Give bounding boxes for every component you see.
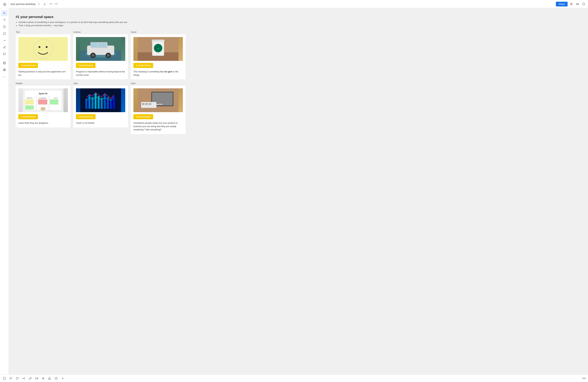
sidebar: ··· — [0, 8, 9, 375]
svg-point-7 — [571, 5, 571, 5]
card-image-andrew — [76, 37, 126, 61]
redo-button[interactable] — [54, 2, 59, 6]
settings-icon[interactable] — [569, 2, 574, 6]
card-text-david: The meaning is something that we give to… — [133, 70, 183, 77]
svg-rect-18 — [3, 70, 4, 71]
svg-point-22 — [46, 46, 48, 48]
svg-line-9 — [584, 5, 585, 5]
person-column-andrew: Andrew — [73, 31, 128, 79]
person-column-julie: Julie — [73, 82, 128, 134]
topbar-right: Share — [556, 2, 586, 6]
svg-marker-0 — [38, 3, 40, 5]
lesson-button-andrew[interactable]: 1 recent lesson — [76, 63, 96, 68]
template-tool[interactable] — [1, 67, 7, 73]
more-tools[interactable]: ··· — [1, 74, 7, 80]
timer-tool-bottom[interactable] — [54, 376, 59, 381]
svg-rect-14 — [3, 62, 5, 64]
svg-rect-17 — [5, 69, 5, 70]
svg-rect-50 — [25, 105, 34, 110]
svg-rect-63 — [104, 94, 106, 109]
person-name-david: David — [131, 31, 186, 33]
lesson-button-david[interactable]: 1 recent lesson — [133, 63, 153, 68]
svg-line-79 — [23, 379, 24, 379]
star-button[interactable] — [37, 2, 41, 6]
sticky-note-tool[interactable] — [1, 24, 7, 30]
graduation-icon[interactable] — [575, 2, 580, 6]
card-image-natalie: Sprint 42 Planned In progress Done — [18, 88, 68, 112]
comment-tool[interactable] — [1, 51, 7, 57]
card-julie: 1 recent lesson Youth is not infinite — [73, 86, 128, 127]
svg-rect-81 — [36, 378, 37, 379]
svg-rect-71 — [142, 103, 145, 105]
svg-rect-28 — [91, 43, 97, 47]
svg-rect-40 — [152, 40, 165, 42]
section-bullets: Include a photo of something in your wor… — [16, 21, 186, 27]
line-tool[interactable] — [1, 37, 7, 43]
bullet-1: Include a photo of something in your wor… — [19, 21, 186, 23]
svg-text:★: ★ — [158, 48, 159, 49]
card-text-tom: Starting business is easy but the paperw… — [18, 70, 68, 77]
frame-tool[interactable] — [1, 60, 7, 66]
card-image-tom — [18, 37, 68, 61]
card-text-andrew: Progress is impossible without moving be… — [76, 70, 126, 77]
lesson-button-julie[interactable]: 1 recent lesson — [76, 114, 96, 119]
svg-rect-52 — [50, 99, 58, 105]
lightning-tool-bottom[interactable] — [41, 376, 45, 381]
card-natalie: Sprint 42 Planned In progress Done — [16, 86, 70, 127]
svg-rect-70 — [141, 102, 157, 108]
svg-rect-19 — [5, 70, 5, 71]
cursor-tool[interactable] — [1, 10, 7, 16]
collapse-sidebar[interactable] — [60, 376, 65, 381]
card-tom: 1 recent lesson Starting business is eas… — [16, 34, 70, 79]
svg-rect-29 — [98, 43, 106, 47]
svg-text:Done: Done — [54, 97, 58, 99]
svg-rect-15 — [4, 63, 5, 64]
svg-point-33 — [107, 54, 110, 57]
frame-tool-bottom[interactable] — [2, 376, 7, 381]
canvas-content: #1 your personal space Include a photo o… — [16, 15, 186, 134]
card-david: ★ 1 recent lesson The meaning is somethi… — [131, 34, 186, 79]
lesson-button-tom[interactable]: 1 recent lesson — [18, 63, 38, 68]
title-area: User persona workshop — [10, 2, 47, 6]
svg-point-21 — [39, 46, 41, 48]
sticky-tool-bottom[interactable] — [8, 376, 13, 381]
svg-point-32 — [92, 54, 94, 57]
search-icon[interactable] — [581, 2, 586, 6]
link-tool-bottom[interactable] — [28, 376, 33, 381]
svg-point-6 — [571, 4, 572, 4]
card-image-david: ★ — [133, 37, 183, 61]
svg-marker-82 — [42, 377, 44, 380]
svg-text:Sprint 42: Sprint 42 — [39, 92, 48, 95]
person-name-natalie: Natalie — [16, 82, 70, 85]
share-export-button[interactable] — [42, 2, 47, 6]
card-zack: 1 recent lesson Sometimes people really … — [131, 86, 186, 134]
person-name-zack: Zack — [131, 82, 186, 85]
svg-text:Planned: Planned — [27, 97, 32, 99]
share-button[interactable]: Share — [556, 2, 567, 6]
video-tool-bottom[interactable] — [34, 376, 39, 381]
pen-tool[interactable] — [1, 44, 7, 50]
comment-tool-bottom[interactable] — [15, 376, 20, 381]
lesson-button-natalie[interactable]: 1 recent lesson — [18, 114, 38, 119]
topbar: User persona workshop Share — [0, 0, 588, 8]
person-column-natalie: Natalie Sprint 42 — [16, 82, 70, 134]
svg-rect-16 — [3, 69, 4, 70]
svg-rect-58 — [88, 95, 90, 109]
svg-rect-72 — [146, 103, 148, 105]
svg-rect-66 — [113, 96, 115, 109]
rectangle-tool[interactable] — [1, 31, 7, 37]
svg-marker-80 — [37, 378, 38, 379]
svg-rect-74 — [3, 377, 5, 380]
diagram-tool-bottom[interactable] — [21, 376, 26, 381]
home-button[interactable] — [2, 1, 7, 7]
svg-line-78 — [23, 378, 24, 378]
text-tool[interactable] — [1, 17, 7, 23]
svg-point-8 — [582, 3, 585, 5]
lesson-button-zack[interactable]: 1 recent lesson — [133, 114, 153, 119]
svg-rect-60 — [94, 93, 97, 109]
main-canvas[interactable]: #1 your personal space Include a photo o… — [9, 8, 588, 375]
thumb-tool-bottom[interactable] — [47, 376, 52, 381]
person-column-tom: Tom 1 recent lesson Starting business is — [16, 31, 70, 79]
undo-button[interactable] — [48, 2, 53, 6]
svg-point-77 — [24, 379, 25, 379]
